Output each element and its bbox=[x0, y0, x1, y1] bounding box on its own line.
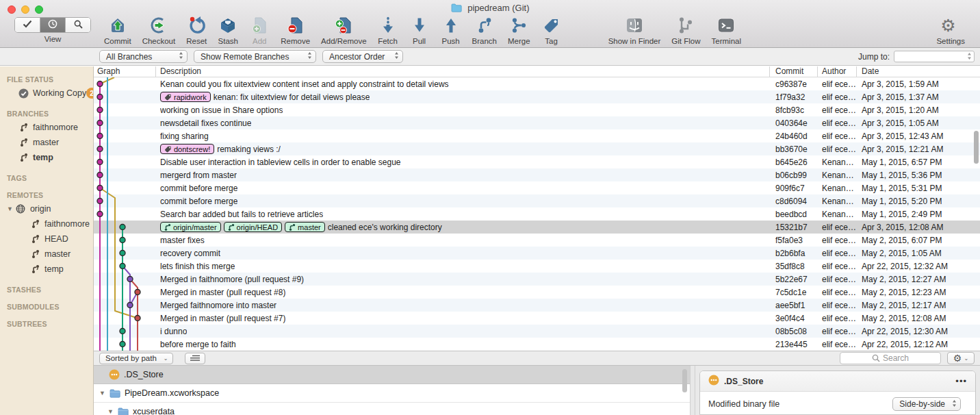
pull-icon bbox=[409, 16, 430, 35]
file-row-ds-store[interactable]: .DS_Store bbox=[94, 366, 690, 384]
column-header-description[interactable]: Description bbox=[156, 66, 770, 77]
disclosure-triangle-icon[interactable]: ▼ bbox=[107, 408, 114, 415]
terminal-icon bbox=[716, 16, 736, 35]
branch-icon bbox=[18, 138, 29, 147]
commit-row[interactable]: Merged in master (pull request #7) 3e0f4… bbox=[94, 312, 980, 325]
toolbar-pull-button[interactable]: Pull bbox=[404, 14, 435, 45]
commit-row[interactable]: Disable user interaction in tableview ce… bbox=[94, 155, 980, 168]
sidebar-item-origin-head[interactable]: HEAD bbox=[0, 231, 93, 247]
column-header-graph[interactable]: Graph bbox=[94, 66, 156, 77]
commit-author: elif ece… bbox=[818, 118, 857, 128]
folder-icon bbox=[451, 3, 462, 14]
toolbar-add-remove-button[interactable]: Add/Remove bbox=[315, 14, 372, 45]
file-list-scrollbar[interactable] bbox=[682, 369, 687, 392]
commit-sha: aee5bf1 bbox=[770, 301, 818, 310]
commit-table-scrollbar[interactable] bbox=[974, 131, 979, 164]
toolbar-checkout-button[interactable]: Checkout bbox=[137, 14, 181, 45]
toolbar-fetch-button[interactable]: Fetch bbox=[372, 14, 404, 45]
reset-icon bbox=[186, 16, 207, 35]
commit-row[interactable]: before merge to faith 213e445 elif ece… … bbox=[94, 338, 980, 351]
file-row-xcuserdata[interactable]: ▼xcuserdata bbox=[94, 403, 690, 415]
toolbar-tag-button[interactable]: Tag bbox=[536, 14, 567, 45]
column-header-commit[interactable]: Commit bbox=[770, 66, 818, 77]
commit-description: before merge to faith bbox=[156, 340, 770, 349]
tag-badge[interactable]: rapidwork bbox=[160, 92, 211, 102]
file-sort-dropdown[interactable]: Sorted by path ⌄ bbox=[99, 353, 173, 364]
commit-sha: 7c5dc1e bbox=[770, 288, 818, 297]
commit-row-selected[interactable]: origin/masterorigin/HEADmastercleaned ec… bbox=[94, 221, 980, 234]
toolbar-show-in-finder-button[interactable]: Show in Finder bbox=[603, 14, 667, 45]
toolbar-reset-button[interactable]: Reset bbox=[181, 14, 212, 45]
tag-badge[interactable]: dontscrew! bbox=[160, 144, 214, 154]
column-header-date[interactable]: Date bbox=[857, 66, 980, 77]
commit-row[interactable]: master fixes f5fa0e3 elif ece… May 2, 20… bbox=[94, 234, 980, 247]
disclosure-triangle-icon[interactable]: ▼ bbox=[99, 390, 105, 397]
graph-cell bbox=[94, 273, 156, 286]
commit-row[interactable]: Merged faithnomore into master aee5bf1 e… bbox=[94, 299, 980, 312]
sidebar-item-origin-faithnomore[interactable]: faithnomore bbox=[0, 216, 93, 231]
commit-author: elif ece… bbox=[818, 301, 857, 310]
branch-badge[interactable]: master bbox=[285, 222, 325, 232]
sidebar-item-origin-master[interactable]: master bbox=[0, 247, 93, 262]
file-row-pipedream-xcworkspace[interactable]: ▼PipeDream.xcworkspace bbox=[94, 384, 690, 403]
toolbar-git-flow-button[interactable]: Git Flow bbox=[666, 14, 706, 45]
commit-row[interactable]: Search bar added but fails to retrieve a… bbox=[94, 208, 980, 221]
column-header-author[interactable]: Author bbox=[818, 66, 857, 77]
commit-date: May 2, 2015, 12:08 AM bbox=[857, 314, 980, 323]
sidebar-item-origin[interactable]: ▼origin bbox=[0, 201, 93, 216]
commit-sha: 35df8c8 bbox=[770, 262, 818, 271]
toolbar-terminal-button[interactable]: Terminal bbox=[706, 14, 747, 45]
more-actions-button[interactable]: ••• bbox=[955, 376, 967, 386]
branches-filter-dropdown[interactable]: All Branches bbox=[99, 50, 188, 63]
toolbar-remove-button[interactable]: Remove bbox=[275, 14, 315, 45]
diff-view-mode-dropdown[interactable]: Side-by-side bbox=[892, 397, 961, 411]
commit-row[interactable]: mergerd from master b06cb99 Kenan… May 1… bbox=[94, 168, 980, 181]
commit-row[interactable]: Kenan could you fix uitextview content i… bbox=[94, 77, 980, 90]
actions-gear-button[interactable]: ⚙ ⌄ bbox=[947, 352, 975, 364]
branch-badge[interactable]: origin/HEAD bbox=[224, 222, 283, 232]
commit-row[interactable]: Merged in master (pull request #8) 7c5dc… bbox=[94, 286, 980, 299]
commit-row[interactable]: lets finish this merge 35df8c8 elif ece…… bbox=[94, 260, 980, 273]
commit-description: Kenan could you fix uitextview content i… bbox=[156, 79, 770, 89]
view-segmented-control bbox=[14, 17, 91, 33]
sidebar-item-master[interactable]: master bbox=[0, 135, 93, 150]
list-view-mode-button[interactable] bbox=[185, 353, 205, 364]
commit-row[interactable]: recovery commit b2b6bfa elif ece… May 2,… bbox=[94, 247, 980, 260]
view-segment-clock[interactable] bbox=[40, 18, 66, 32]
sort-order-dropdown[interactable]: Ancestor Order bbox=[322, 50, 403, 63]
remote-branches-dropdown[interactable]: Show Remote Branches bbox=[194, 50, 316, 63]
commit-row[interactable]: working on issue in Share options 8fcb93… bbox=[94, 103, 980, 116]
folder-icon bbox=[109, 389, 120, 398]
sidebar-item-temp[interactable]: temp bbox=[0, 150, 93, 165]
toolbar-push-button[interactable]: Push bbox=[435, 14, 467, 45]
commit-row[interactable]: commit before merge c8d6094 Kenan… May 1… bbox=[94, 194, 980, 208]
graph-cell bbox=[94, 168, 156, 181]
commit-row[interactable]: rapidworkkenan: fix uitextview for detai… bbox=[94, 90, 980, 103]
jump-to-combobox[interactable] bbox=[894, 51, 975, 62]
pane-divider[interactable] bbox=[690, 366, 695, 415]
commit-row[interactable]: newsdetail fixes continue 040364e elif e… bbox=[94, 116, 980, 129]
diff-file-name: .DS_Store bbox=[724, 377, 763, 386]
settings-button[interactable]: ⚙ Settings bbox=[931, 14, 970, 45]
branch-badge[interactable]: origin/master bbox=[160, 222, 221, 232]
commit-row[interactable]: dontscrew!remaking views :/ bb3670e elif… bbox=[94, 142, 980, 155]
commit-row[interactable]: i dunno 08b5c08 elif ece… Apr 22, 2015, … bbox=[94, 325, 980, 338]
commit-date: Apr 3, 2015, 1:37 AM bbox=[857, 92, 980, 102]
commit-row[interactable]: Merged in faithnomore (pull request #9) … bbox=[94, 273, 980, 286]
sidebar-item-faithnomore[interactable]: faithnomore bbox=[0, 120, 93, 135]
toolbar-stash-button[interactable]: Stash bbox=[212, 14, 244, 45]
graph-cell bbox=[94, 325, 156, 338]
commit-description: newsdetail fixes continue bbox=[156, 118, 770, 128]
toolbar-commit-button[interactable]: Commit bbox=[99, 14, 137, 45]
commit-row[interactable]: commit before merge 909f6c7 Kenan… May 1… bbox=[94, 181, 980, 194]
commit-row[interactable]: fixing sharing 24b460d elif ece… Apr 3, … bbox=[94, 129, 980, 142]
modified-file-icon bbox=[708, 375, 719, 388]
sidebar-item-origin-temp[interactable]: temp bbox=[0, 262, 93, 277]
toolbar-merge-button[interactable]: Merge bbox=[502, 14, 536, 45]
view-segment-magnifier[interactable] bbox=[66, 18, 90, 32]
search-input[interactable]: Search bbox=[840, 352, 941, 364]
toolbar-branch-button[interactable]: Branch bbox=[467, 14, 502, 45]
disclosure-triangle-icon[interactable]: ▼ bbox=[7, 205, 13, 212]
view-segment-check[interactable] bbox=[15, 18, 40, 32]
sidebar-item-working-copy[interactable]: Working Copy2 bbox=[0, 86, 93, 101]
